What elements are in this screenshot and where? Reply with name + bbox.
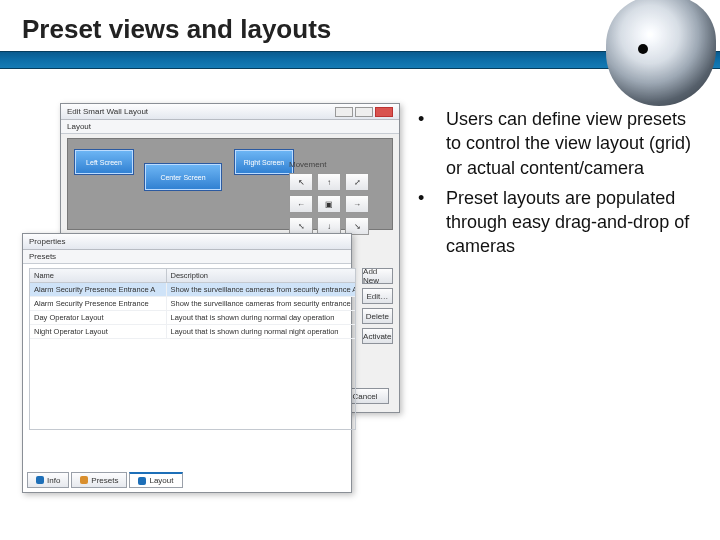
cell-name: Alarm Security Presence Entrance A (30, 283, 167, 296)
layout-icon (138, 477, 146, 485)
cell-desc: Layout that is shown during normal day o… (167, 311, 356, 324)
bullet-dot-icon: • (418, 186, 428, 259)
presets-table[interactable]: Name Description Alarm Security Presence… (29, 268, 356, 430)
tab-info-label: Info (47, 476, 60, 485)
bullet-text: Users can define view presets to control… (446, 107, 698, 180)
dialog-title: Edit Smart Wall Layout (67, 104, 148, 120)
move-left-button[interactable]: ← (289, 195, 313, 213)
cell-desc: Show the surveillance cameras from secur… (167, 297, 356, 310)
cell-name: Day Operator Layout (30, 311, 167, 324)
screen-right[interactable]: Right Screen (234, 149, 294, 175)
bullet-list: • Users can define view presets to contr… (418, 103, 698, 473)
slide-title: Preset views and layouts (22, 14, 698, 45)
tab-layout[interactable]: Layout (129, 472, 182, 488)
tab-info[interactable]: Info (27, 472, 69, 488)
minimize-icon[interactable] (335, 107, 353, 117)
bullet-text: Preset layouts are populated through eas… (446, 186, 698, 259)
col-description[interactable]: Description (167, 269, 356, 282)
movement-panel: Movement ↖ ↑ ⤢ ← ▣ → ⤡ ↓ ↘ (289, 160, 389, 235)
properties-title: Properties (29, 234, 65, 250)
edit-button[interactable]: Edit… (362, 288, 392, 304)
cell-name: Night Operator Layout (30, 325, 167, 338)
maximize-icon[interactable] (355, 107, 373, 117)
info-icon (36, 476, 44, 484)
table-row[interactable]: Day Operator Layout Layout that is shown… (30, 311, 355, 325)
tab-presets[interactable]: Presets (71, 472, 127, 488)
screenshot-stack: Edit Smart Wall Layout Layout Left Scree… (22, 103, 402, 473)
col-name[interactable]: Name (30, 269, 167, 282)
title-accent-bar (0, 51, 720, 69)
screen-left[interactable]: Left Screen (74, 149, 134, 175)
table-row[interactable]: Alarm Security Presence Entrance Show th… (30, 297, 355, 311)
table-row[interactable]: Alarm Security Presence Entrance A Show … (30, 283, 355, 297)
move-up-left-button[interactable]: ↖ (289, 173, 313, 191)
layout-section-label: Layout (61, 120, 399, 134)
movement-label: Movement (289, 160, 389, 169)
delete-button[interactable]: Delete (362, 308, 392, 324)
add-new-button[interactable]: Add New (362, 268, 392, 284)
cell-name: Alarm Security Presence Entrance (30, 297, 167, 310)
bullet-dot-icon: • (418, 107, 428, 180)
screen-center[interactable]: Center Screen (144, 163, 222, 191)
tab-layout-label: Layout (149, 476, 173, 485)
move-up-button[interactable]: ↑ (317, 173, 341, 191)
cell-desc: Layout that is shown during normal night… (167, 325, 356, 338)
close-icon[interactable] (375, 107, 393, 117)
properties-dialog: Properties Presets Name Description Alar… (22, 233, 352, 493)
cell-desc: Show the surveillance cameras from secur… (167, 283, 356, 296)
move-center-button[interactable]: ▣ (317, 195, 341, 213)
presets-icon (80, 476, 88, 484)
table-row[interactable]: Night Operator Layout Layout that is sho… (30, 325, 355, 339)
move-right-button[interactable]: → (345, 195, 369, 213)
activate-button[interactable]: Activate (362, 328, 392, 344)
tab-presets-label: Presets (91, 476, 118, 485)
move-up-right-button[interactable]: ⤢ (345, 173, 369, 191)
presets-section-label: Presets (23, 250, 351, 264)
